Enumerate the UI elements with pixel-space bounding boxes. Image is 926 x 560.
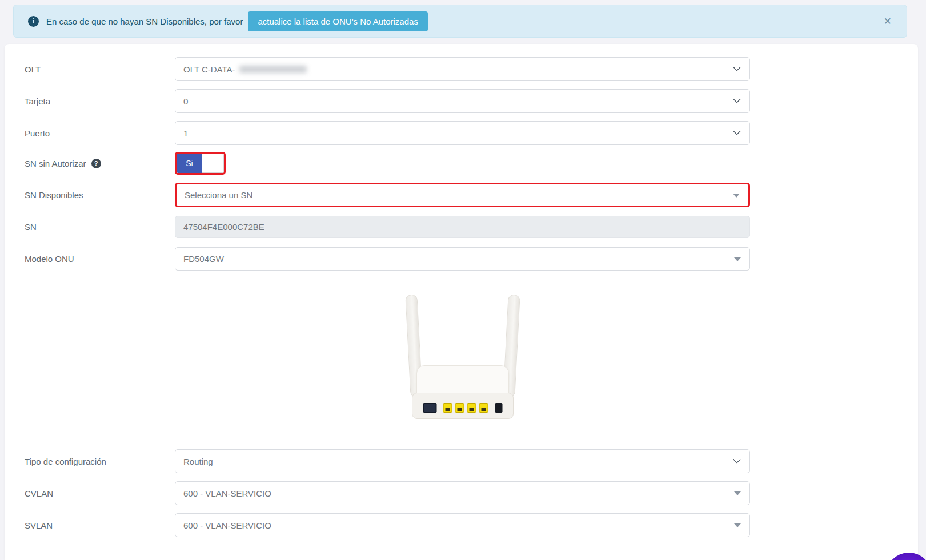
field-label-cvlan: CVLAN [25,481,53,505]
field-label-text: SN sin Autorizar [25,159,86,168]
dropdown-arrow-icon [733,194,740,198]
form-row-olt: OLT OLT C-DATA- [5,57,918,81]
field-label-tipo-configuracion: Tipo de configuración [25,449,106,473]
sn-readonly-input: 47504F4E000C72BE [175,216,750,238]
chevron-down-icon [733,127,741,135]
field-label-tarjeta: Tarjeta [25,89,50,113]
field-label-sn-disponibles: SN Disponibles [25,183,83,207]
router-ports [423,403,503,413]
redacted-blurred-text [239,66,307,73]
ethernet-port [467,403,476,413]
tarjeta-select-value: 0 [183,96,188,106]
svlan-value: 600 - VLAN-SERVICIO [183,521,271,530]
sn-disponibles-placeholder: Selecciona un SN [185,190,252,200]
chevron-down-icon [733,63,741,71]
form-row-svlan: SVLAN 600 - VLAN-SERVICIO [5,513,918,537]
form-row-modelo-onu: Modelo ONU FD504GW [5,247,918,271]
tarjeta-select[interactable]: 0 [175,89,750,113]
puerto-select[interactable]: 1 [175,121,750,145]
chevron-down-icon [733,456,741,464]
cvlan-select[interactable]: 600 - VLAN-SERVICIO [175,481,750,505]
form-row-sn: SN 47504F4E000C72BE [5,216,918,238]
form-row-sn-sin-autorizar: SN sin Autorizar ? Si [5,152,918,175]
onu-product-image [399,293,527,421]
sn-sin-autorizar-toggle[interactable]: Si [175,152,226,175]
modelo-onu-value: FD504GW [183,254,224,264]
form-row-puerto: Puerto 1 [5,121,918,145]
ethernet-port [443,403,452,413]
field-label-svlan: SVLAN [25,513,53,537]
tipo-configuracion-value: Routing [183,457,213,466]
form-row-cvlan: CVLAN 600 - VLAN-SERVICIO [5,481,918,505]
field-label-modelo-onu: Modelo ONU [25,247,74,271]
router-base [412,393,514,419]
sfp-port [423,403,437,413]
info-icon: i [28,16,39,27]
sn-disponibles-select[interactable]: Selecciona un SN [175,183,750,207]
field-label-puerto: Puerto [25,121,50,145]
alert-message: En caso de que no hayan SN Disponibles, … [46,17,243,26]
sn-value: 47504F4E000C72BE [183,222,264,232]
field-label-sn-sin-autorizar: SN sin Autorizar ? [25,152,101,175]
cvlan-value: 600 - VLAN-SERVICIO [183,489,271,498]
close-icon[interactable]: ✕ [880,13,895,30]
form-row-tarjeta: Tarjeta 0 [5,89,918,113]
modelo-onu-select[interactable]: FD504GW [175,247,750,271]
form-card: OLT OLT C-DATA- Tarjeta 0 Puerto 1 SN si… [5,44,918,560]
update-onu-list-button[interactable]: actualice la lista de ONU's No Autorizad… [248,11,428,31]
help-question-icon[interactable]: ? [91,159,101,168]
dropdown-arrow-icon [734,491,741,495]
tipo-configuracion-select[interactable]: Routing [175,449,750,473]
ethernet-port [479,403,488,413]
form-row-tipo-configuracion: Tipo de configuración Routing [5,449,918,473]
dropdown-arrow-icon [734,257,741,261]
olt-select[interactable]: OLT C-DATA- [175,57,750,81]
ethernet-port [455,403,464,413]
dropdown-arrow-icon [734,523,741,527]
info-alert-banner: i En caso de que no hayan SN Disponibles… [13,5,907,38]
chevron-down-icon [733,95,741,103]
toggle-on-label: Si [177,154,202,173]
power-port [495,403,503,413]
field-label-olt: OLT [25,57,41,81]
puerto-select-value: 1 [183,128,188,138]
form-row-sn-disponibles: SN Disponibles Selecciona un SN [5,183,918,207]
toggle-off-half [202,154,224,173]
olt-select-value: OLT C-DATA- [183,65,235,74]
svlan-select[interactable]: 600 - VLAN-SERVICIO [175,513,750,537]
field-label-sn: SN [25,216,37,238]
